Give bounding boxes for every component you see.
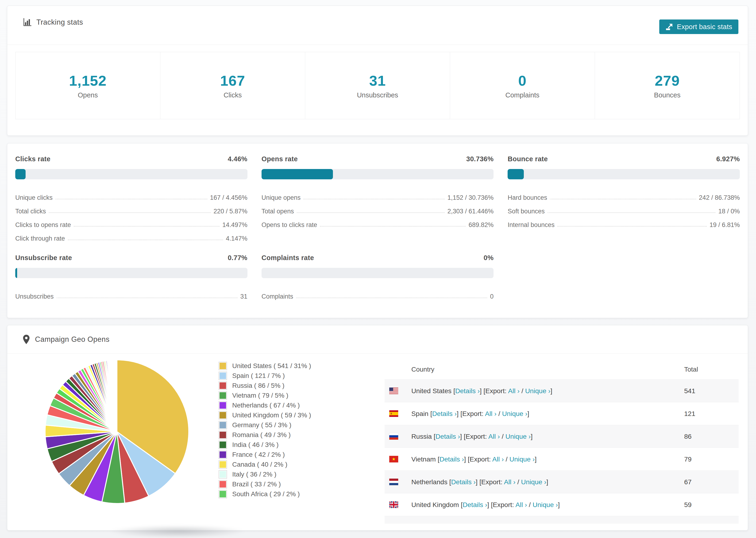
stat-label: Bounces <box>654 91 681 99</box>
dotted-leader <box>550 199 696 199</box>
rate-card-head: Clicks rate 4.46% <box>15 155 247 163</box>
rate-card-title: Opens rate <box>261 155 298 163</box>
details-link[interactable]: Details › <box>436 433 460 440</box>
geo-table: Country Total United States [Details ›] … <box>385 359 739 524</box>
detail-value: 1,152 / 30.736% <box>448 194 494 201</box>
details-link[interactable]: Details › <box>463 501 487 509</box>
detail-label: Total clicks <box>15 208 46 215</box>
dotted-leader <box>320 226 466 227</box>
export-unique-link[interactable]: Unique › <box>502 410 527 417</box>
dotted-leader <box>297 212 445 213</box>
slash: / <box>515 478 521 486</box>
table-row-united-kingdom: United Kingdom [Details ›] [Export: All … <box>385 493 739 516</box>
bracket: ] [ <box>457 410 462 417</box>
country-total: 86 <box>684 433 734 440</box>
tracking-stats-header: Tracking stats Export basic stats <box>7 6 748 39</box>
detail-label: Opens to clicks rate <box>261 221 317 229</box>
legend-label: Germany ( 55 / 3% ) <box>232 421 291 429</box>
country-total: 121 <box>684 410 734 418</box>
legend-item-united-kingdom: United Kingdom ( 59 / 3% ) <box>219 410 311 420</box>
legend-item-germany: Germany ( 55 / 3% ) <box>219 420 311 430</box>
stats-row: 1,152 Opens 167 Clicks 31 Unsubscribes 0… <box>15 52 740 119</box>
rate-card-title: Unsubscribe rate <box>15 254 72 262</box>
legend-label: United Kingdom ( 59 / 3% ) <box>232 411 311 419</box>
export-unique-link[interactable]: Unique › <box>532 501 558 509</box>
slash: / <box>497 410 502 417</box>
geo-opens-panel: Campaign Geo Opens United States ( 541 /… <box>7 325 748 530</box>
export-unique-link[interactable]: Unique › <box>506 433 531 440</box>
bracket: ] [ <box>480 387 485 395</box>
rate-card-head: Unsubscribe rate 0.77% <box>15 254 247 262</box>
rate-card-title: Bounce rate <box>508 155 548 163</box>
legend-label: India ( 46 / 3% ) <box>232 441 279 449</box>
geo-opens-title: Campaign Geo Opens <box>35 335 109 344</box>
detail-row-unsubscribes: Unsubscribes 31 <box>15 287 247 300</box>
rate-card-unsubscribe-rate: Unsubscribe rate 0.77% Unsubscribes 31 <box>15 254 247 300</box>
bar-chart-icon <box>22 17 32 27</box>
dotted-leader <box>57 297 238 298</box>
rate-card-title: Clicks rate <box>15 155 50 163</box>
legend-label: Brazil ( 33 / 2% ) <box>232 480 281 488</box>
detail-value: 689.82% <box>469 221 494 229</box>
export-all-link[interactable]: All › <box>488 433 500 440</box>
legend-label: France ( 42 / 2% ) <box>232 451 285 458</box>
rate-card-head: Bounce rate 6.927% <box>508 155 740 163</box>
detail-label: Hard bounces <box>508 194 547 201</box>
legend-label: Vietnam ( 79 / 5% ) <box>232 392 288 399</box>
detail-row-total-clicks: Total clicks 220 / 5.87% <box>15 201 247 215</box>
legend-item-russia: Russia ( 86 / 5% ) <box>219 381 311 391</box>
dotted-leader <box>296 297 487 298</box>
export-label: Export: <box>493 501 515 509</box>
bracket: ] [ <box>476 478 481 486</box>
country-name: Russia <box>411 433 434 440</box>
map-pin-icon <box>23 335 30 344</box>
bracket: [ <box>453 387 455 395</box>
export-all-link[interactable]: All › <box>508 387 519 395</box>
detail-row-opens-to-clicks-rate: Opens to clicks rate 689.82% <box>261 215 494 229</box>
geo-pie-chart <box>42 356 192 507</box>
stat-value: 1,152 <box>69 72 107 89</box>
export-basic-stats-button[interactable]: Export basic stats <box>659 20 738 34</box>
geo-table-header: Country Total <box>385 359 739 379</box>
export-unique-link[interactable]: Unique › <box>525 387 551 395</box>
rate-card-head: Opens rate 30.736% <box>261 155 494 163</box>
bracket: ] <box>546 478 548 486</box>
dotted-leader <box>548 212 715 213</box>
export-all-link[interactable]: All › <box>515 501 527 509</box>
geo-opens-header: Campaign Geo Opens <box>7 325 748 353</box>
progress-bar <box>261 268 494 278</box>
export-unique-link[interactable]: Unique › <box>510 456 535 463</box>
flag-nl-icon <box>389 479 398 485</box>
detail-value: 19 / 6.81% <box>710 221 740 229</box>
details-link[interactable]: Details › <box>432 410 457 417</box>
detail-row-total-opens: Total opens 2,303 / 61.446% <box>261 201 494 215</box>
export-all-link[interactable]: All › <box>492 456 504 463</box>
legend-item-vietnam: Vietnam ( 79 / 5% ) <box>219 391 311 401</box>
pie-slice-other-44[interactable] <box>117 360 117 432</box>
export-unique-link[interactable]: Unique › <box>521 478 546 486</box>
detail-label: Internal bounces <box>508 221 555 229</box>
rate-card-rows: Unique clicks 167 / 4.456% Total clicks … <box>15 188 247 242</box>
export-label: Export: <box>465 433 488 440</box>
progress-bar <box>261 169 494 179</box>
export-all-link[interactable]: All › <box>485 410 497 417</box>
details-link[interactable]: Details › <box>451 478 476 486</box>
detail-label: Unique clicks <box>15 194 53 201</box>
detail-value: 167 / 4.456% <box>210 194 247 201</box>
dotted-leader <box>74 226 220 227</box>
export-label: Export: <box>485 387 508 395</box>
progress-bar <box>508 169 740 179</box>
rate-card-rows: Unsubscribes 31 <box>15 287 247 300</box>
export-all-link[interactable]: All › <box>504 478 515 486</box>
bracket: ] <box>558 501 560 509</box>
details-link[interactable]: Details › <box>455 387 480 395</box>
detail-row-soft-bounces: Soft bounces 18 / 0% <box>508 201 740 215</box>
rate-card-head: Complaints rate 0% <box>261 254 494 262</box>
country-name: Netherlands <box>411 478 449 486</box>
details-link[interactable]: Details › <box>440 456 464 463</box>
bracket: ] <box>531 433 533 440</box>
legend-swatch <box>219 362 227 370</box>
bracket: [ <box>430 410 432 417</box>
bracket: ] [ <box>460 433 466 440</box>
legend-swatch <box>219 490 227 498</box>
